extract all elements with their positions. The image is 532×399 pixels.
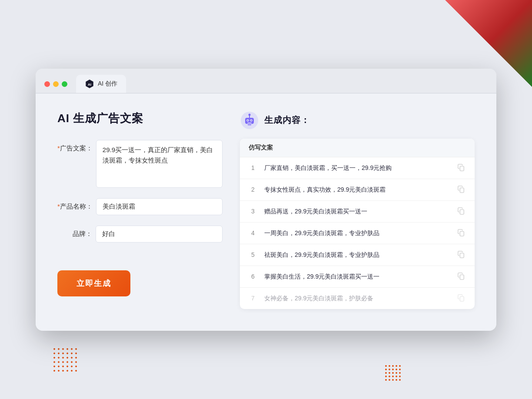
row-number: 2 [249,186,257,193]
result-title: 生成内容： [264,114,310,126]
table-row: 5祛斑美白，29.9元美白淡斑霜，专业护肤品 [240,244,475,266]
copy-icon[interactable] [457,229,466,237]
svg-rect-17 [460,296,464,301]
brand-label: 品牌： [57,226,92,238]
row-text: 一周美白，29.9元美白淡斑霜，专业护肤品 [264,229,450,238]
page-title: AI 生成广告文案 [57,111,223,126]
svg-rect-10 [248,124,251,126]
bg-decoration-dots [52,347,78,373]
svg-rect-16 [460,275,464,279]
active-tab[interactable]: AI AI 创作 [76,75,126,93]
traffic-lights [44,81,67,93]
right-panel: 生成内容： 仿写文案 1厂家直销，美白淡斑霜，买一送一，29.9元抢购 2专抹女… [240,111,475,309]
maximize-button[interactable] [62,81,67,87]
svg-rect-13 [460,209,464,214]
main-content: AI 生成广告文案 *广告文案： 29.9买一送一，真正的厂家直销，美白淡斑霜，… [36,93,496,331]
result-rows: 1厂家直销，美白淡斑霜，买一送一，29.9元抢购 2专抹女性斑点，真实功效，29… [240,157,475,309]
table-row: 4一周美白，29.9元美白淡斑霜，专业护肤品 [240,223,475,244]
brand-group: 品牌： [57,226,223,243]
copy-icon[interactable] [457,272,466,281]
left-panel: AI 生成广告文案 *广告文案： 29.9买一送一，真正的厂家直销，美白淡斑霜，… [57,111,223,296]
svg-point-5 [247,120,248,120]
tab-label: AI 创作 [98,80,117,88]
table-row: 1厂家直销，美白淡斑霜，买一送一，29.9元抢购 [240,157,475,179]
row-text: 厂家直销，美白淡斑霜，买一送一，29.9元抢购 [264,163,450,173]
table-row: 3赠品再送，29.9元美白淡斑霜买一送一 [240,201,475,223]
svg-rect-15 [460,253,464,258]
row-number: 6 [249,273,257,280]
row-number: 7 [249,295,257,302]
bg-decoration-dots2 [384,364,402,382]
row-text: 赠品再送，29.9元美白淡斑霜买一送一 [264,207,450,216]
row-text: 女神必备，29.9元美白淡斑霜，护肤必备 [264,294,450,303]
product-name-group: *产品名称： [57,198,223,215]
ad-copy-group: *广告文案： 29.9买一送一，真正的厂家直销，美白淡斑霜，专抹女性斑点 [57,140,223,188]
row-text: 专抹女性斑点，真实功效，29.9元美白淡斑霜 [264,185,450,194]
row-number: 1 [249,164,257,171]
svg-rect-9 [247,123,252,123]
copy-icon[interactable] [457,207,466,216]
copy-icon[interactable] [457,163,466,172]
svg-rect-14 [460,231,464,236]
row-number: 5 [249,251,257,258]
brand-input[interactable] [96,226,223,243]
product-name-label: *产品名称： [57,198,93,211]
row-text: 祛斑美白，29.9元美白淡斑霜，专业护肤品 [264,250,450,259]
ai-tab-icon: AI [85,79,94,89]
result-header: 生成内容： [240,111,475,130]
table-row: 7女神必备，29.9元美白淡斑霜，护肤必备 [240,288,475,309]
close-button[interactable] [44,81,50,87]
product-name-input[interactable] [96,198,223,215]
ad-copy-input[interactable]: 29.9买一送一，真正的厂家直销，美白淡斑霜，专抹女性斑点 [96,140,223,188]
row-text: 掌握美白生活，29.9元美白淡斑霜买一送一 [264,272,450,281]
ad-copy-label: *广告文案： [57,140,93,153]
generate-button[interactable]: 立即生成 [57,270,130,296]
svg-point-6 [251,120,252,120]
table-row: 2专抹女性斑点，真实功效，29.9元美白淡斑霜 [240,179,475,201]
robot-icon [240,111,259,130]
table-row: 6掌握美白生活，29.9元美白淡斑霜买一送一 [240,266,475,288]
svg-rect-11 [460,166,464,171]
copy-icon[interactable] [457,250,466,259]
title-bar: AI AI 创作 [36,69,496,93]
result-table: 仿写文案 1厂家直销，美白淡斑霜，买一送一，29.9元抢购 2专抹女性斑点，真实… [240,139,475,309]
svg-rect-12 [460,188,464,193]
svg-text:AI: AI [88,82,91,86]
result-table-header: 仿写文案 [240,139,475,157]
copy-icon[interactable] [457,294,466,303]
copy-icon[interactable] [457,185,466,194]
row-number: 4 [249,229,257,236]
row-number: 3 [249,208,257,215]
minimize-button[interactable] [53,81,59,87]
browser-window: AI AI 创作 AI 生成广告文案 *广告文案： 29.9买一送一，真正的厂家… [36,69,496,331]
svg-point-8 [249,113,251,116]
